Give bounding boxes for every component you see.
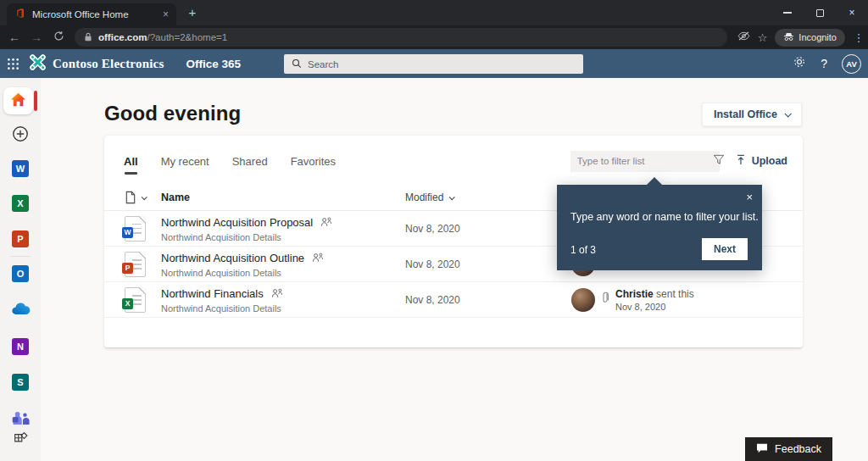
search-input[interactable] xyxy=(308,59,576,69)
app-launcher-waffle-icon[interactable] xyxy=(0,49,25,78)
file-type-icon-powerpoint: P xyxy=(125,252,161,277)
chevron-down-icon xyxy=(449,194,455,200)
close-window-button[interactable]: × xyxy=(836,0,868,25)
activity-line1: Christie sent this xyxy=(615,288,694,300)
lock-icon xyxy=(84,30,92,45)
filter-funnel-icon xyxy=(713,153,725,169)
incognito-icon xyxy=(783,32,794,43)
feedback-button[interactable]: Feedback xyxy=(745,437,832,461)
window-controls: × xyxy=(771,0,868,25)
rail-item-sharepoint[interactable]: S xyxy=(0,374,41,391)
speech-bubble-icon xyxy=(756,443,768,456)
chevron-down-icon xyxy=(142,194,147,200)
url-text: office.com/?auth=2&home=1 xyxy=(98,32,227,42)
document-icon xyxy=(125,191,136,204)
company-brand[interactable]: Contoso Electronics xyxy=(29,53,164,75)
tab-favorites[interactable]: Favorites xyxy=(291,155,336,168)
account-avatar[interactable]: AV xyxy=(842,54,861,74)
file-type-icon-excel: X xyxy=(125,287,161,313)
upload-button[interactable]: Upload xyxy=(736,154,787,168)
tab-all[interactable]: All xyxy=(124,155,138,168)
rail-item-outlook[interactable]: O xyxy=(0,265,41,282)
shared-people-icon xyxy=(312,251,324,266)
teaching-callout: × Type any word or name to filter your l… xyxy=(557,177,762,270)
install-office-label: Install Office xyxy=(714,108,777,120)
word-badge: W xyxy=(122,227,133,238)
file-subtitle: Northwind Acquisition Details xyxy=(161,268,405,278)
column-header-name[interactable]: Name xyxy=(161,192,405,203)
rail-divider xyxy=(10,256,31,257)
file-name-cell[interactable]: Northwind Financials Northwind Acquisiti… xyxy=(161,286,405,314)
all-apps-icon xyxy=(13,432,28,451)
rail-item-onenote[interactable]: N xyxy=(0,338,41,355)
activity-action: sent this xyxy=(656,288,694,300)
word-icon: W xyxy=(12,160,29,177)
rail-item-powerpoint[interactable]: P xyxy=(0,230,41,247)
rail-item-create[interactable] xyxy=(0,125,41,142)
search-icon xyxy=(292,57,302,72)
app-rail: W X P O N S xyxy=(0,78,41,461)
home-selected-indicator xyxy=(34,91,37,111)
chevron-down-icon xyxy=(784,110,791,117)
activity-cell: Christie sent this Nov 8, 2020 xyxy=(571,288,787,312)
file-title[interactable]: Northwind Acquisition Proposal xyxy=(161,216,313,229)
file-subtitle: Northwind Acquisition Details xyxy=(161,232,405,242)
table-row[interactable]: X Northwind Financials Northwind Acquisi… xyxy=(104,282,803,318)
address-bar[interactable]: office.com/?auth=2&home=1 xyxy=(75,28,727,47)
callout-close-icon[interactable]: × xyxy=(746,191,753,203)
modified-date: Nov 8, 2020 xyxy=(405,258,571,270)
shared-people-icon xyxy=(271,286,283,302)
header-right: ? AV xyxy=(793,49,861,78)
forward-button[interactable]: → xyxy=(25,31,47,44)
filter-input[interactable] xyxy=(577,156,708,166)
reload-button[interactable] xyxy=(47,31,70,44)
powerpoint-icon: P xyxy=(12,230,29,247)
new-tab-button[interactable]: + xyxy=(185,5,200,19)
excel-icon: X xyxy=(12,195,29,212)
tab-close-icon[interactable]: × xyxy=(163,8,169,20)
browser-tab[interactable]: Microsoft Office Home × xyxy=(7,3,176,25)
rail-item-excel[interactable]: X xyxy=(0,195,41,212)
contoso-logo-icon xyxy=(29,53,47,75)
maximize-button[interactable] xyxy=(804,0,836,25)
file-name-cell[interactable]: Northwind Acquisition Proposal Northwind… xyxy=(161,215,405,242)
onenote-icon: N xyxy=(12,338,29,355)
rail-item-onedrive[interactable] xyxy=(0,303,41,319)
toolbar-right: ☆ Incognito ⋮ xyxy=(737,25,865,49)
callout-next-button[interactable]: Next xyxy=(702,238,748,260)
help-icon[interactable]: ? xyxy=(821,57,827,70)
header-search-box[interactable] xyxy=(284,54,583,74)
browser-menu-icon[interactable]: ⋮ xyxy=(853,31,865,44)
rail-item-teams[interactable] xyxy=(0,411,41,428)
file-title[interactable]: Northwind Acquisition Outline xyxy=(161,252,304,264)
bookmark-star-icon[interactable]: ☆ xyxy=(758,31,768,44)
modified-label: Modified xyxy=(405,192,443,203)
rail-item-home[interactable] xyxy=(3,87,33,114)
callout-message: Type any word or name to filter your lis… xyxy=(570,211,759,223)
back-button[interactable]: ← xyxy=(3,31,25,44)
file-name-cell[interactable]: Northwind Acquisition Outline Northwind … xyxy=(161,251,405,278)
powerpoint-badge: P xyxy=(122,263,133,274)
column-header-modified[interactable]: Modified xyxy=(405,192,571,203)
onedrive-icon xyxy=(10,303,31,319)
minimize-button[interactable] xyxy=(771,0,804,25)
password-eye-off-icon[interactable] xyxy=(737,30,750,45)
file-title[interactable]: Northwind Financials xyxy=(161,287,264,300)
tab-shared[interactable]: Shared xyxy=(232,155,268,168)
callout-beak xyxy=(647,177,662,185)
doc-type-column[interactable] xyxy=(125,191,161,204)
rail-item-all-apps[interactable] xyxy=(0,432,41,451)
minimize-icon xyxy=(783,12,792,14)
rail-item-word[interactable]: W xyxy=(0,160,41,177)
pivot-tabs: All My recent Shared Favorites xyxy=(124,155,336,168)
callout-box: × Type any word or name to filter your l… xyxy=(557,185,762,270)
tab-my-recent[interactable]: My recent xyxy=(161,155,209,168)
outlook-icon: O xyxy=(12,265,29,282)
modified-date: Nov 8, 2020 xyxy=(405,294,571,306)
settings-gear-icon[interactable] xyxy=(793,55,806,72)
paperclip-icon xyxy=(602,292,609,308)
install-office-button[interactable]: Install Office xyxy=(702,103,802,126)
feedback-label: Feedback xyxy=(775,443,821,455)
product-name[interactable]: Office 365 xyxy=(186,58,241,70)
filter-input-box[interactable] xyxy=(570,151,720,172)
